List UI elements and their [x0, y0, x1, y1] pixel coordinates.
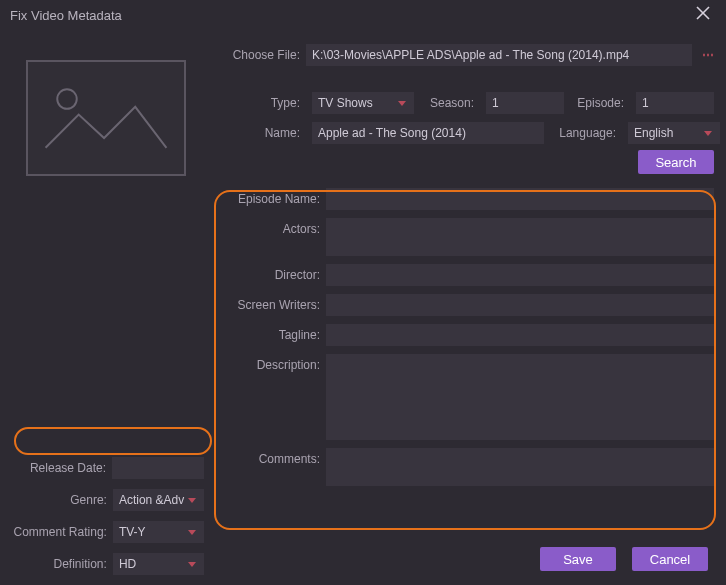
choose-file-input[interactable] — [306, 44, 692, 66]
choose-file-label: Choose File: — [220, 48, 300, 62]
titlebar: Fix Video Metadata — [0, 0, 726, 30]
thumbnail-placeholder — [26, 60, 186, 176]
genre-select[interactable]: Action &Adv — [113, 489, 204, 511]
browse-file-icon[interactable]: ⋯ — [698, 48, 720, 62]
language-select[interactable]: English — [628, 122, 720, 144]
language-label: Language: — [556, 126, 616, 140]
highlight-ring-metadata — [214, 190, 716, 530]
definition-select[interactable]: HD — [113, 553, 204, 575]
close-icon[interactable] — [690, 4, 716, 26]
episode-label: Episode: — [576, 96, 624, 110]
window-title: Fix Video Metadata — [10, 8, 122, 23]
definition-label: Definition: — [8, 557, 107, 571]
episode-input[interactable] — [636, 92, 714, 114]
comment-rating-select[interactable]: TV-Y — [113, 521, 204, 543]
name-input[interactable] — [312, 122, 544, 144]
left-panel: Release Date: Genre: Action &Adv Comment… — [0, 30, 214, 585]
svg-point-2 — [57, 89, 76, 108]
comment-rating-label: Comment Rating: — [8, 525, 107, 539]
release-date-input[interactable] — [112, 457, 204, 479]
type-select[interactable]: TV Shows — [312, 92, 414, 114]
save-button[interactable]: Save — [540, 547, 616, 571]
type-label: Type: — [220, 96, 300, 110]
name-label: Name: — [220, 126, 300, 140]
season-input[interactable] — [486, 92, 564, 114]
genre-label: Genre: — [8, 493, 107, 507]
release-date-label: Release Date: — [8, 461, 106, 475]
highlight-ring-release-date — [14, 427, 212, 455]
search-button[interactable]: Search — [638, 150, 714, 174]
cancel-button[interactable]: Cancel — [632, 547, 708, 571]
season-label: Season: — [426, 96, 474, 110]
